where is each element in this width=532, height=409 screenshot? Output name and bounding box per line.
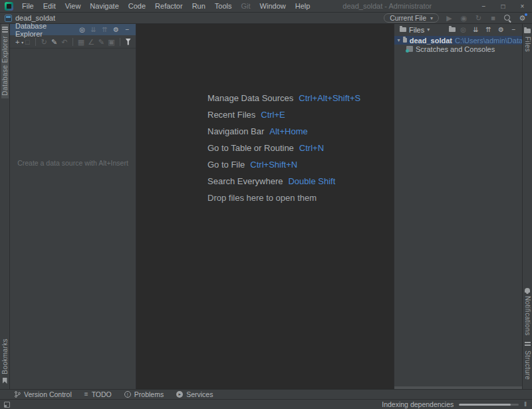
debug-icon: ◉ — [460, 14, 468, 23]
title-bar: File Edit View Navigate Code Refactor Ru… — [0, 0, 532, 13]
menu-view[interactable]: View — [61, 1, 86, 11]
menu-file[interactable]: File — [17, 1, 39, 11]
filter-icon[interactable] — [126, 39, 131, 45]
menu-edit[interactable]: Edit — [39, 1, 61, 11]
indexing-progress-fill — [459, 404, 510, 406]
collapse-all-icon: ⇈ — [100, 25, 110, 35]
shortcut-keys: Alt+Home — [269, 126, 307, 136]
status-bar: Indexing dependencies ‖ — [0, 399, 532, 409]
panel-scrollbar[interactable] — [394, 386, 522, 389]
stripe-tab-structure[interactable]: Structure — [524, 339, 531, 382]
ddl-mapping-icon: ▣ — [107, 37, 115, 47]
tool-window-version-control[interactable]: Version Control — [15, 390, 72, 398]
tool-window-label: Version Control — [24, 390, 72, 398]
stop-icon: ■ — [489, 14, 497, 23]
chevron-down-icon: ▾ — [430, 15, 433, 21]
menu-refactor[interactable]: Refactor — [150, 1, 188, 11]
refresh-icon: ↻ — [40, 37, 48, 47]
drop-files-hint: Drop files here to open them — [207, 193, 360, 209]
editor-area: Manage Data Sources Ctrl+Alt+Shift+S Rec… — [136, 24, 394, 389]
add-data-source-icon[interactable]: +▾ — [13, 37, 21, 47]
run-icon: ▶ — [445, 14, 454, 23]
shortcut-row: Search Everywhere Double Shift — [207, 176, 360, 193]
database-explorer-header[interactable]: Database Explorer ◎ ⇊ ⇈ ⚙ − — [10, 24, 136, 35]
shortcut-label: Go to File — [207, 160, 245, 170]
tool-window-switcher-icon[interactable] — [4, 402, 10, 408]
toolbar-separator — [72, 38, 73, 46]
menu-code[interactable]: Code — [124, 1, 150, 11]
todo-list-icon: ≡ — [84, 391, 88, 398]
stripe-label: Structure — [524, 350, 531, 380]
panel-settings-gear-icon[interactable]: ⚙ — [496, 25, 506, 35]
main-menu: File Edit View Navigate Code Refactor Ru… — [17, 1, 315, 11]
menu-navigate[interactable]: Navigate — [85, 1, 123, 11]
hide-panel-icon[interactable]: − — [122, 25, 132, 35]
run-configuration-label: Current File — [390, 14, 426, 22]
locate-icon[interactable]: ◎ — [77, 25, 87, 35]
datagrip-app-icon — [5, 2, 13, 11]
files-panel-header[interactable]: Files ▾ ◎ ⇊ ⇈ ⚙ − — [394, 24, 522, 35]
hide-panel-icon[interactable]: − — [509, 25, 519, 35]
collapse-all-icon[interactable]: ⇈ — [483, 25, 493, 35]
stripe-tab-files[interactable]: Files — [524, 24, 531, 55]
menu-run[interactable]: Run — [188, 1, 210, 11]
stripe-label: Notifications — [524, 296, 531, 336]
panel-title: Files — [409, 26, 424, 34]
database-toolbar: +▾ □ ↻ ✎ ↶ ▦ ∠ ✎ ▣ — [10, 35, 136, 49]
tool-window-todo[interactable]: ≡ TODO — [84, 390, 112, 398]
plus-icon: + — [15, 38, 19, 46]
indexing-progress-bar — [459, 404, 519, 406]
minimize-window-icon[interactable]: − — [474, 0, 493, 12]
project-root-name: dead_soldat — [410, 37, 452, 45]
bell-icon — [525, 288, 530, 293]
menu-help[interactable]: Help — [291, 1, 315, 11]
menu-window[interactable]: Window — [255, 1, 291, 11]
git-branch-icon — [15, 391, 21, 398]
scratches-icon — [406, 46, 413, 52]
chevron-down-icon[interactable]: ▾ — [427, 27, 430, 33]
window-controls: − □ × — [474, 0, 532, 12]
stripe-tab-database-explorer[interactable]: Database Explorer — [1, 24, 9, 98]
locate-icon: ◎ — [458, 25, 468, 35]
left-tool-stripe: Database Explorer Bookmarks — [0, 24, 10, 389]
shortcut-keys: Ctrl+Shift+N — [250, 160, 297, 170]
right-tool-stripe: Files Notifications Structure — [522, 24, 532, 389]
shortcut-row: Manage Data Sources Ctrl+Alt+Shift+S — [207, 93, 360, 110]
empty-state-hint: Create a data source with Alt+Insert — [10, 159, 136, 167]
tool-window-problems[interactable]: ! Problems — [124, 390, 164, 398]
project-breadcrumb[interactable]: dead_soldat — [5, 14, 55, 22]
bottom-tool-window-bar: Version Control ≡ TODO ! Problems ▸ Serv… — [0, 389, 532, 399]
expand-all-icon[interactable]: ⇊ — [471, 25, 481, 35]
select-opened-file-icon[interactable] — [449, 27, 456, 32]
pause-indexing-icon[interactable]: ‖ — [524, 401, 527, 408]
tool-window-services[interactable]: ▸ Services — [176, 390, 213, 398]
diagram-icon: ∠ — [87, 37, 95, 47]
shortcut-row: Go to File Ctrl+Shift+N — [207, 160, 360, 176]
tool-window-label: TODO — [92, 390, 112, 398]
tree-row-project-root[interactable]: ▾ dead_soldat C:\Users\admin\DataGripPro… — [394, 36, 522, 45]
tree-row-scratches[interactable]: Scratches and Consoles — [394, 45, 522, 53]
menu-tools[interactable]: Tools — [210, 1, 237, 11]
data-source-properties-icon[interactable]: ✎ — [51, 37, 59, 47]
toolbar-separator — [120, 38, 120, 46]
chevron-expanded-icon[interactable]: ▾ — [397, 37, 400, 43]
database-explorer-body: Create a data source with Alt+Insert — [10, 49, 136, 389]
project-root-path: C:\Users\admin\DataGripProjects\de — [455, 37, 522, 45]
stripe-label: Files — [524, 37, 531, 52]
maximize-window-icon[interactable]: □ — [493, 0, 513, 12]
stripe-tab-bookmarks[interactable]: Bookmarks — [1, 336, 9, 386]
tool-window-label: Problems — [134, 390, 164, 398]
run-configuration-select[interactable]: Current File ▾ — [384, 13, 439, 23]
tool-window-label: Services — [186, 390, 213, 398]
undo-icon: ↶ — [61, 37, 68, 47]
search-everywhere-icon[interactable] — [503, 14, 512, 23]
problems-icon: ! — [124, 391, 131, 398]
close-window-icon[interactable]: × — [513, 0, 532, 12]
indexing-status: Indexing dependencies ‖ — [382, 400, 527, 408]
rerun-icon: ↻ — [474, 14, 483, 23]
stripe-tab-notifications[interactable]: Notifications — [524, 285, 531, 339]
edit-source-icon: ✎ — [97, 37, 105, 47]
settings-gear-icon[interactable]: ⚙ — [518, 14, 527, 23]
panel-settings-gear-icon[interactable]: ⚙ — [111, 25, 121, 35]
shortcut-keys: Ctrl+E — [261, 110, 285, 120]
